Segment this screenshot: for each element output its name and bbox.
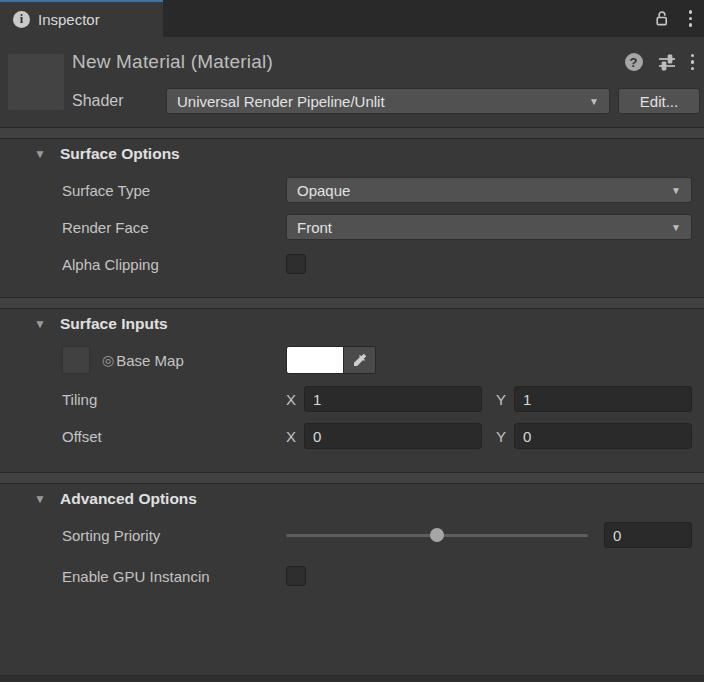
axis-y-label: Y xyxy=(496,428,506,445)
foldout-triangle-icon[interactable]: ▼ xyxy=(34,492,60,506)
tab-inspector[interactable]: i Inspector xyxy=(0,0,163,37)
presets-icon[interactable] xyxy=(657,52,677,72)
sorting-priority-input[interactable] xyxy=(604,522,692,548)
section-surface-options: ▼ Surface Options Surface Type Opaque ▼ … xyxy=(0,139,704,297)
shader-label: Shader xyxy=(72,92,166,110)
shader-dropdown[interactable]: Universal Render Pipeline/Unlit ▼ xyxy=(166,88,610,114)
material-header: New Material (Material) ? Shader Univers… xyxy=(0,47,704,127)
render-face-dropdown[interactable]: Front ▼ xyxy=(286,214,692,240)
foldout-triangle-icon[interactable]: ▼ xyxy=(34,317,60,331)
sorting-priority-slider[interactable] xyxy=(286,534,588,537)
foldout-triangle-icon[interactable]: ▼ xyxy=(34,147,60,161)
offset-label: Offset xyxy=(62,428,286,445)
base-map-row: ◎ Base Map xyxy=(0,345,692,375)
surface-type-dropdown[interactable]: Opaque ▼ xyxy=(286,177,692,203)
tiling-x-input[interactable] xyxy=(304,386,482,412)
edit-shader-button[interactable]: Edit... xyxy=(618,88,700,114)
help-icon[interactable]: ? xyxy=(625,53,643,71)
offset-row: Offset X Y xyxy=(0,423,692,449)
info-icon: i xyxy=(13,11,30,28)
material-kebab-menu-icon[interactable] xyxy=(691,54,695,71)
gpu-instancing-checkbox[interactable] xyxy=(286,566,306,586)
tiling-y-input[interactable] xyxy=(514,386,692,412)
axis-y-label: Y xyxy=(496,391,506,408)
base-map-color-swatch[interactable] xyxy=(287,347,343,373)
sorting-priority-row: Sorting Priority xyxy=(0,522,692,548)
render-face-label: Render Face xyxy=(62,219,286,236)
section-surface-inputs: ▼ Surface Inputs ◎ Base Map Tiling X xyxy=(0,309,704,472)
surface-options-header[interactable]: ▼ Surface Options xyxy=(0,139,704,169)
section-divider xyxy=(0,127,704,139)
surface-inputs-title: Surface Inputs xyxy=(60,315,168,333)
chevron-down-icon: ▼ xyxy=(589,96,599,107)
axis-x-label: X xyxy=(286,428,296,445)
render-face-value: Front xyxy=(297,219,663,236)
tiling-label: Tiling xyxy=(62,391,286,408)
sorting-priority-slider-thumb[interactable] xyxy=(430,528,444,542)
advanced-options-header[interactable]: ▼ Advanced Options xyxy=(0,484,704,514)
surface-options-title: Surface Options xyxy=(60,145,180,163)
base-map-color-field xyxy=(286,346,376,374)
chevron-down-icon: ▼ xyxy=(671,222,681,233)
object-picker-icon[interactable]: ◎ xyxy=(102,352,114,368)
gpu-instancing-label: Enable GPU Instancin xyxy=(62,568,286,585)
alpha-clipping-label: Alpha Clipping xyxy=(62,256,286,273)
section-advanced-options: ▼ Advanced Options Sorting Priority Enab… xyxy=(0,484,704,609)
tab-bar: i Inspector xyxy=(0,0,704,37)
offset-x-input[interactable] xyxy=(304,423,482,449)
material-preview-thumbnail[interactable] xyxy=(8,54,64,110)
tab-kebab-menu-icon[interactable] xyxy=(689,10,693,27)
chevron-down-icon: ▼ xyxy=(671,185,681,196)
tab-inspector-label: Inspector xyxy=(38,11,100,28)
advanced-options-title: Advanced Options xyxy=(60,490,197,508)
base-map-label: Base Map xyxy=(116,352,184,369)
material-title: New Material (Material) xyxy=(72,51,273,73)
base-map-texture-slot[interactable] xyxy=(62,346,90,374)
shader-dropdown-value: Universal Render Pipeline/Unlit xyxy=(177,93,581,110)
gpu-instancing-row: Enable GPU Instancin xyxy=(0,563,692,589)
sorting-priority-label: Sorting Priority xyxy=(62,527,286,544)
surface-type-value: Opaque xyxy=(297,182,663,199)
render-face-row: Render Face Front ▼ xyxy=(0,214,692,240)
alpha-clipping-checkbox[interactable] xyxy=(286,254,306,274)
section-divider xyxy=(0,472,704,484)
eyedropper-icon[interactable] xyxy=(343,347,375,373)
tiling-row: Tiling X Y xyxy=(0,386,692,412)
surface-type-row: Surface Type Opaque ▼ xyxy=(0,177,692,203)
alpha-clipping-row: Alpha Clipping xyxy=(0,251,692,277)
surface-type-label: Surface Type xyxy=(62,182,286,199)
surface-inputs-header[interactable]: ▼ Surface Inputs xyxy=(0,309,704,339)
window-bottom-edge xyxy=(0,675,704,682)
lock-icon[interactable] xyxy=(652,9,671,28)
axis-x-label: X xyxy=(286,391,296,408)
offset-y-input[interactable] xyxy=(514,423,692,449)
section-divider xyxy=(0,297,704,309)
